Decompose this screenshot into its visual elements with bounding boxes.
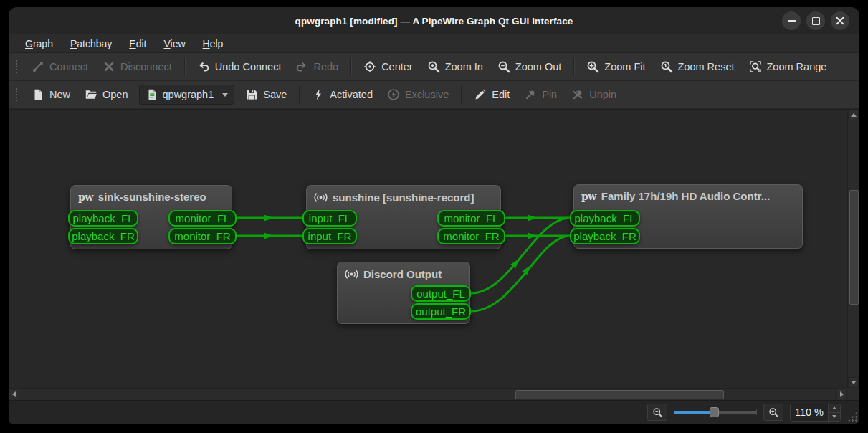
window-resize-grip[interactable] <box>847 411 857 422</box>
node-title: Discord Output <box>363 268 442 280</box>
toolbar-separator <box>350 58 351 75</box>
port-playback-fl[interactable]: playback_FL <box>570 210 640 227</box>
scroll-left-button[interactable] <box>9 389 19 399</box>
toolbar-drag-handle[interactable] <box>14 59 19 75</box>
redo-button[interactable]: Redo <box>289 57 345 77</box>
pin-icon <box>524 88 537 101</box>
connections-layer <box>9 110 847 392</box>
stream-icon <box>345 267 358 281</box>
port-monitor-fr[interactable]: monitor_FR <box>437 228 505 244</box>
pin-button[interactable]: Pin <box>518 85 563 105</box>
toolbar-separator <box>573 58 574 75</box>
menubar: Graph Patchbay Edit View Help <box>9 34 859 53</box>
zoom-spin-down-button[interactable] <box>829 412 840 421</box>
port-monitor-fl[interactable]: monitor_FL <box>168 210 237 227</box>
zoom-in-icon <box>427 60 440 73</box>
open-folder-icon <box>85 88 97 101</box>
zoom-value-input[interactable] <box>791 404 828 421</box>
scroll-down-button[interactable] <box>848 377 859 388</box>
port-monitor-fr[interactable]: monitor_FR <box>168 228 237 244</box>
port-playback-fr[interactable]: playback_FR <box>570 228 640 244</box>
bolt-icon <box>312 88 325 101</box>
zoom-slider-handle[interactable] <box>710 407 719 417</box>
node-title: Family 17h/19h HD Audio Contr... <box>601 190 770 202</box>
toolbar-drag-handle[interactable] <box>14 87 19 103</box>
port-playback-fl[interactable]: playback_FL <box>68 210 138 227</box>
port-input-fl[interactable]: input_FL <box>302 210 357 227</box>
graph-canvas[interactable]: pw sink-sunshine-stereo sunshine [sunshi… <box>9 109 859 400</box>
zoom-in-button[interactable]: Zoom In <box>421 57 490 77</box>
pipewire-icon: pw <box>78 191 93 203</box>
pipewire-icon: pw <box>581 191 596 202</box>
undo-connect-button[interactable]: Undo Connect <box>191 57 288 77</box>
save-button[interactable]: Save <box>239 85 293 105</box>
unpin-button[interactable]: Unpin <box>565 85 623 105</box>
open-button[interactable]: Open <box>78 85 134 105</box>
zoom-out-icon <box>652 407 663 418</box>
minimize-button[interactable] <box>782 11 801 30</box>
scroll-up-button[interactable] <box>848 110 859 120</box>
bolt-circle-icon <box>387 88 400 101</box>
zoom-out-button[interactable]: Zoom Out <box>491 57 568 77</box>
new-button[interactable]: New <box>25 85 77 105</box>
horizontal-scroll-thumb[interactable] <box>515 390 724 399</box>
node-title: sunshine [sunshine-record] <box>333 191 474 204</box>
scrollbar-corner <box>847 388 859 400</box>
stream-icon <box>314 191 328 204</box>
unpin-icon <box>571 88 584 101</box>
edit-button[interactable]: Edit <box>467 85 516 105</box>
toolbar-separator <box>184 58 185 75</box>
maximize-button[interactable] <box>806 11 825 30</box>
menu-patchbay[interactable]: Patchbay <box>62 37 120 51</box>
activated-button[interactable]: Activated <box>305 85 379 105</box>
save-icon <box>245 88 258 101</box>
minimize-icon <box>788 20 796 22</box>
exclusive-button[interactable]: Exclusive <box>381 85 455 105</box>
app-window: qpwgraph1 [modified] — A PipeWire Graph … <box>9 7 859 424</box>
close-icon <box>836 16 844 25</box>
disconnect-button[interactable]: Disconnect <box>96 57 178 77</box>
zoom-range-button[interactable]: Zoom Range <box>743 57 834 77</box>
chevron-down-icon <box>222 93 228 97</box>
connect-icon <box>32 60 44 73</box>
zoom-spinbox <box>790 404 841 422</box>
port-monitor-fl[interactable]: monitor_FL <box>437 210 505 227</box>
zoom-spin-up-button[interactable] <box>829 404 840 412</box>
zoom-range-icon <box>749 60 762 73</box>
horizontal-scrollbar[interactable] <box>9 388 847 400</box>
connect-button[interactable]: Connect <box>25 57 95 77</box>
patchbay-file-icon <box>146 88 158 101</box>
menu-help[interactable]: Help <box>195 37 232 51</box>
menu-edit[interactable]: Edit <box>121 37 154 51</box>
toolbar-separator <box>299 86 300 103</box>
port-input-fr[interactable]: input_FR <box>302 228 357 244</box>
menu-graph[interactable]: Graph <box>17 37 61 51</box>
zoom-reset-icon <box>660 60 673 73</box>
menu-view[interactable]: View <box>156 37 193 51</box>
statusbar-zoom-out-button[interactable] <box>647 404 667 421</box>
toolbar-separator <box>461 86 462 103</box>
close-button[interactable] <box>831 11 849 30</box>
zoom-fit-button[interactable]: Zoom Fit <box>580 57 652 77</box>
undo-icon <box>197 60 210 73</box>
center-button[interactable]: Center <box>357 57 419 77</box>
titlebar[interactable]: qpwgraph1 [modified] — A PipeWire Graph … <box>9 7 859 34</box>
patchbay-selector[interactable]: qpwgraph1 <box>139 85 235 105</box>
vertical-scroll-thumb[interactable] <box>849 190 859 305</box>
window-title: qpwgraph1 [modified] — A PipeWire Graph … <box>9 7 859 34</box>
vertical-scrollbar[interactable] <box>847 110 859 388</box>
port-playback-fr[interactable]: playback_FR <box>68 228 138 244</box>
statusbar-zoom-in-button[interactable] <box>763 404 783 421</box>
patchbay-selector-value: qpwgraph1 <box>163 89 214 100</box>
window-controls <box>782 11 849 30</box>
port-output-fl[interactable]: output_FL <box>411 285 471 302</box>
zoom-out-icon <box>497 60 510 73</box>
zoom-slider-fill <box>674 411 714 414</box>
zoom-slider[interactable] <box>674 404 757 420</box>
port-output-fr[interactable]: output_FR <box>411 303 471 320</box>
statusbar <box>9 400 859 424</box>
zoom-in-icon <box>768 407 779 418</box>
redo-icon <box>295 60 308 73</box>
scroll-right-button[interactable] <box>836 389 847 399</box>
zoom-reset-button[interactable]: Zoom Reset <box>654 57 741 77</box>
